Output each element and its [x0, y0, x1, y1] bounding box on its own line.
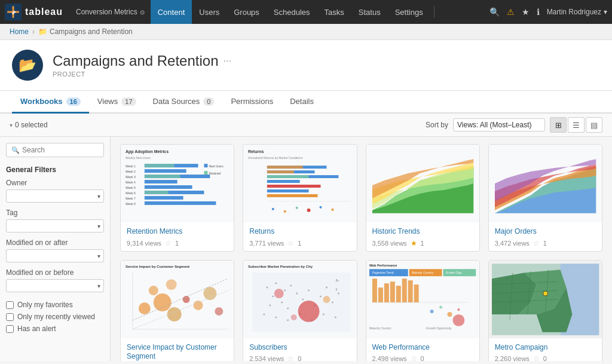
workbook-card-0[interactable]: App Adoption Metrics Weekly New Users We…: [120, 144, 234, 252]
user-dropdown-icon: ▾: [604, 8, 607, 16]
star-icon-0[interactable]: ☆: [165, 239, 172, 247]
current-workbook-nav[interactable]: Conversion Metrics ⊙: [70, 8, 151, 16]
nav-tab-tasks[interactable]: Tasks: [317, 0, 351, 24]
only-favorites-checkbox[interactable]: Only my favorites: [6, 301, 104, 309]
owner-select[interactable]: [6, 189, 104, 203]
tag-label: Tag: [6, 209, 104, 217]
modified-after-label: Modified on or after: [6, 238, 104, 247]
workbook-card-2[interactable]: Historic Trends 3,558 views ★ 1: [366, 144, 480, 252]
folder-open-icon: 📂: [19, 57, 36, 74]
only-recent-checkbox[interactable]: Only my recently viewed: [6, 313, 104, 321]
has-alert-input[interactable]: [6, 325, 14, 333]
tab-workbooks[interactable]: Workbooks 16: [12, 91, 89, 114]
tab-views[interactable]: Views 17: [89, 91, 145, 114]
svg-point-131: [447, 312, 452, 317]
content-grid-area: App Adoption Metrics Weekly New Users We…: [111, 137, 612, 361]
workbook-card-1[interactable]: Returns Annualized Returns by Market Con…: [243, 144, 357, 252]
only-recent-input[interactable]: [6, 313, 14, 321]
tab-workbooks-count: 16: [66, 97, 81, 106]
svg-text:Retained: Retained: [209, 172, 221, 175]
top-navigation: tableau Conversion Metrics ⊙ Content Use…: [0, 0, 612, 24]
card-title-7[interactable]: Metro Campaign: [495, 343, 596, 353]
has-alert-checkbox[interactable]: Has an alert: [6, 325, 104, 333]
nav-tab-settings[interactable]: Settings: [388, 0, 430, 24]
svg-rect-45: [267, 194, 318, 197]
card-thumbnail-1: Returns Annualized Returns by Market Con…: [243, 145, 356, 222]
star-icon-7[interactable]: ☆: [533, 354, 540, 361]
only-favorites-input[interactable]: [6, 301, 14, 309]
svg-rect-126: [408, 280, 412, 302]
svg-text:Week 7: Week 7: [126, 197, 136, 200]
card-title-6[interactable]: Web Performance: [372, 343, 473, 353]
svg-text:New Users: New Users: [209, 164, 224, 168]
svg-point-96: [326, 286, 328, 288]
svg-text:Week 1: Week 1: [126, 164, 136, 168]
svg-text:Returns: Returns: [248, 149, 264, 154]
svg-point-86: [290, 285, 292, 286]
workbook-card-5[interactable]: Subscriber Market Penetration by City: [243, 260, 357, 361]
workbook-card-3[interactable]: Major Orders 3,472 views ☆ 1: [488, 144, 602, 252]
card-info-4: Service Impact by Customer Segment 3,105…: [121, 338, 234, 361]
svg-point-108: [323, 296, 331, 303]
star-icon-1[interactable]: ☆: [287, 239, 294, 247]
nav-tab-groups[interactable]: Groups: [227, 0, 267, 24]
star-icon-2[interactable]: ★: [411, 239, 417, 247]
project-menu-button[interactable]: ···: [224, 56, 231, 66]
card-title-5[interactable]: Subscribers: [249, 343, 350, 353]
workbook-card-7[interactable]: Metro Campaign 2,260 views ☆ 0: [488, 260, 602, 361]
workbook-card-4[interactable]: Service Impact by Customer Segment: [120, 260, 234, 361]
user-menu[interactable]: Martin Rodriguez ▾: [547, 8, 607, 16]
tab-datasources[interactable]: Data Sources 0: [145, 91, 223, 114]
card-title-1[interactable]: Returns: [249, 227, 350, 237]
favorites-icon[interactable]: ★: [522, 7, 530, 17]
svg-rect-30: [145, 164, 175, 167]
svg-text:Maturity Country: Maturity Country: [369, 326, 391, 329]
star-icon-3[interactable]: ☆: [533, 239, 540, 247]
nav-tab-status[interactable]: Status: [351, 0, 388, 24]
svg-text:Week 4: Week 4: [126, 181, 136, 184]
nav-tab-users[interactable]: Users: [192, 0, 227, 24]
svg-rect-37: [267, 166, 303, 169]
tab-details-label: Details: [290, 97, 314, 106]
card-title-4[interactable]: Service Impact by Customer Segment: [127, 343, 228, 361]
search-input[interactable]: [22, 146, 99, 154]
svg-rect-65: [121, 261, 234, 338]
tableau-logo[interactable]: tableau: [5, 4, 63, 20]
nav-tab-content[interactable]: Content: [151, 0, 192, 24]
svg-rect-28: [204, 171, 207, 175]
grid-view-button[interactable]: ⊞: [550, 117, 567, 133]
card-title-2[interactable]: Historic Trends: [372, 227, 473, 237]
search-icon[interactable]: 🔍: [489, 7, 500, 17]
svg-point-133: [452, 314, 464, 326]
sort-select[interactable]: Views: All (Most–Least) Views: All (Leas…: [453, 118, 545, 131]
star-icon-6[interactable]: ☆: [411, 354, 417, 361]
workbook-card-6[interactable]: Web Performance Pageview Trend Maturity …: [366, 260, 480, 361]
detail-view-button[interactable]: ▤: [586, 117, 602, 133]
card-meta-6: 2,498 views ☆ 0: [372, 354, 473, 361]
card-title-0[interactable]: Retention Metrics: [127, 227, 228, 237]
modified-after-select[interactable]: [6, 249, 104, 262]
tab-permissions[interactable]: Permissions: [222, 91, 281, 114]
tab-details[interactable]: Details: [281, 91, 322, 114]
workbook-label: Conversion Metrics: [76, 8, 137, 16]
svg-point-50: [307, 209, 311, 212]
nav-tab-schedules[interactable]: Schedules: [267, 0, 317, 24]
star-icon-5[interactable]: ☆: [287, 354, 294, 361]
svg-rect-43: [267, 185, 321, 188]
card-info-2: Historic Trends 3,558 views ★ 1: [366, 222, 479, 251]
owner-label: Owner: [6, 179, 104, 187]
svg-rect-32: [145, 191, 169, 194]
modified-before-select[interactable]: [6, 279, 104, 292]
card-views-0: 9,314 views: [127, 240, 161, 247]
alert-icon[interactable]: ⚠: [507, 7, 515, 17]
tag-select[interactable]: [6, 219, 104, 233]
info-icon[interactable]: ℹ: [537, 7, 540, 17]
card-title-3[interactable]: Major Orders: [495, 227, 596, 237]
svg-point-49: [296, 207, 298, 209]
search-box[interactable]: 🔍: [6, 143, 104, 157]
list-view-button[interactable]: ☰: [568, 117, 585, 133]
star-count-1: 1: [298, 240, 301, 247]
card-thumbnail-2: [366, 145, 479, 222]
breadcrumb-home[interactable]: Home: [10, 27, 29, 36]
svg-point-88: [281, 301, 283, 303]
